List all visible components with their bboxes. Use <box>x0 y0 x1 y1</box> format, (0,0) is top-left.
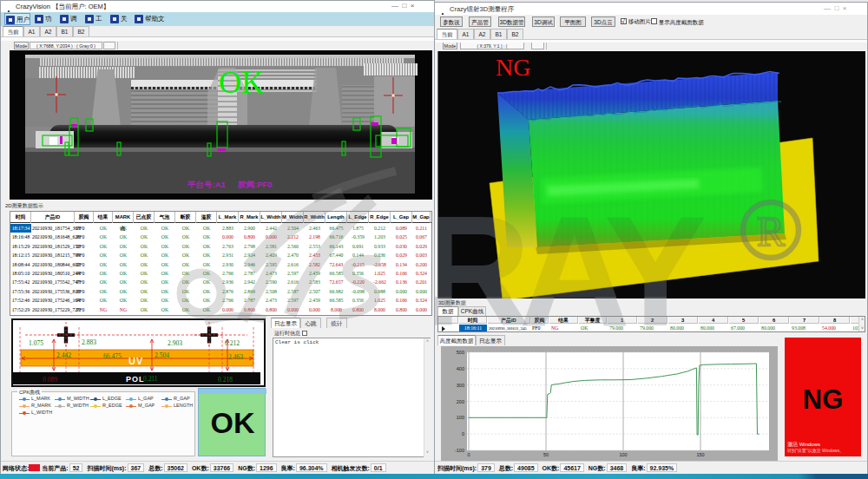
svg-text:2.903: 2.903 <box>168 339 182 347</box>
svg-text:0.218: 0.218 <box>218 376 233 384</box>
svg-text:150: 150 <box>696 452 704 457</box>
svg-text:0: 0 <box>467 452 470 457</box>
svg-text:0.089: 0.089 <box>43 376 57 384</box>
svg-text:400: 400 <box>457 366 464 371</box>
svg-text:1.075: 1.075 <box>29 339 43 347</box>
svg-text:100: 100 <box>619 452 627 457</box>
svg-text:-100: -100 <box>455 448 464 453</box>
svg-text:0.211: 0.211 <box>143 375 158 383</box>
svg-text:平台号:A1: 平台号:A1 <box>187 180 227 189</box>
svg-text:2.504: 2.504 <box>155 351 169 359</box>
svg-text:2.442: 2.442 <box>56 351 71 359</box>
svg-text:胶阀:PF0: 胶阀:PF0 <box>237 180 273 189</box>
svg-text:POL: POL <box>126 375 145 384</box>
svg-text:OK: OK <box>219 65 264 100</box>
svg-text:300: 300 <box>457 383 464 388</box>
svg-text:2.463: 2.463 <box>228 353 243 361</box>
svg-text:50: 50 <box>543 452 549 457</box>
svg-text:66.475: 66.475 <box>103 352 122 360</box>
svg-text:UV: UV <box>128 356 143 366</box>
svg-text:NG: NG <box>496 54 530 81</box>
svg-text:0: 0 <box>462 431 464 436</box>
svg-text:0.212: 0.212 <box>225 339 240 347</box>
svg-text:100: 100 <box>457 415 464 420</box>
svg-text:2.883: 2.883 <box>82 338 96 346</box>
svg-text:RAY: RAY <box>438 184 705 299</box>
svg-text:500: 500 <box>457 350 464 355</box>
svg-text:200: 200 <box>457 399 464 404</box>
